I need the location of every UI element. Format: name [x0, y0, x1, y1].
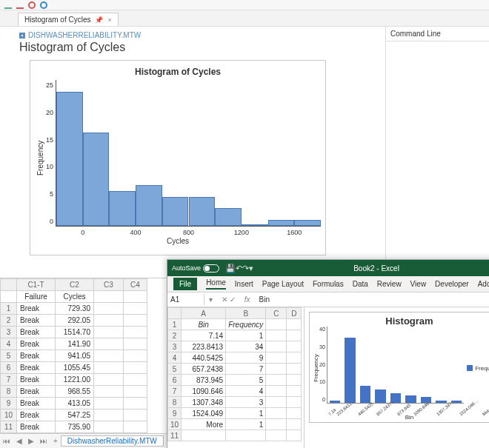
qat-icon[interactable]: 💾 — [225, 264, 236, 273]
toggle-off-icon[interactable] — [203, 264, 219, 273]
qat-icon[interactable]: ↶ — [236, 264, 242, 273]
histogram-bar — [215, 208, 242, 226]
sheet-nav-button[interactable]: ▶ — [25, 437, 37, 445]
excel-chart-area: Histogram Frequency 403020100 7.14223.84… — [305, 307, 489, 448]
app-toolbar — [0, 0, 489, 10]
ribbon-tab-data[interactable]: Data — [353, 280, 368, 288]
excel-histogram-bar — [390, 393, 401, 403]
legend-swatch — [467, 365, 473, 371]
histogram-bar — [294, 220, 321, 226]
excel-histogram-bar — [421, 397, 431, 403]
y-axis-ticks: 2520151050 — [46, 80, 56, 235]
excel-grid[interactable]: ABCD1BinFrequency27.1413223.8413344440.5… — [167, 307, 305, 448]
search-icon[interactable] — [40, 1, 47, 9]
qat-icon[interactable]: ▾ — [249, 264, 253, 273]
chart-plot: 040080012001600 — [56, 80, 321, 227]
output-area: DISHWASHERRELIABILITY.MTW Histogram of C… — [0, 27, 385, 258]
close-icon[interactable]: × — [107, 16, 111, 24]
name-box[interactable]: A1 — [167, 294, 204, 305]
ribbon-tab-developer[interactable]: Developer — [435, 280, 469, 288]
chart-title: Histogram of Cycles — [35, 67, 321, 77]
ribbon-tab-review[interactable]: Review — [377, 280, 402, 288]
excel-histogram-bar — [345, 338, 355, 403]
legend-label: Frequency — [475, 365, 489, 372]
excel-chart-legend: Frequency — [464, 327, 489, 409]
excel-window[interactable]: AutoSave 💾↶↷▾ Book2 - Excel 🔍 FileHomeIn… — [167, 259, 489, 448]
sheet-nav-button[interactable]: ⏭ — [37, 437, 50, 445]
sheet-nav-button[interactable]: + — [50, 437, 61, 445]
sheet-tab[interactable]: DishwasherReliability.MTW — [61, 435, 164, 447]
histogram-bar — [242, 224, 268, 226]
source-file-label: DISHWASHERRELIABILITY.MTW — [28, 31, 141, 39]
excel-title: Book2 - Excel — [259, 264, 489, 273]
histogram-bar — [109, 191, 136, 226]
ribbon-tab-formulas[interactable]: Formulas — [313, 280, 344, 288]
histogram-bar — [56, 92, 83, 226]
x-axis-label: Cycles — [35, 237, 321, 245]
excel-histogram-bar — [451, 401, 462, 403]
histogram-bar — [83, 133, 110, 226]
doc-tab[interactable]: Histogram of Cycles 📌 × — [18, 13, 119, 26]
output-title: Histogram of Cycles — [19, 41, 378, 54]
doc-tab-title: Histogram of Cycles — [24, 16, 90, 24]
histogram-bar — [162, 197, 189, 226]
excel-histogram-bar — [405, 395, 416, 403]
redo-icon[interactable] — [16, 1, 24, 9]
undo-icon[interactable] — [4, 1, 12, 9]
excel-chart-xticks: 7.14223.84125440.5425657.24375873.945109… — [327, 413, 464, 418]
fx-icon[interactable]: fx — [240, 295, 255, 304]
ribbon-tab-page-layout[interactable]: Page Layout — [262, 280, 304, 288]
excel-titlebar[interactable]: AutoSave 💾↶↷▾ Book2 - Excel 🔍 — [167, 260, 489, 276]
excel-chart-title: Histogram — [313, 315, 489, 327]
ribbon-tab-file[interactable]: File — [173, 278, 197, 290]
sheet-nav-button[interactable]: ◀ — [13, 437, 25, 445]
pin-icon[interactable]: 📌 — [95, 16, 103, 24]
formula-bar[interactable]: A1 ▾ ✕ ✓ fx Bin — [167, 292, 489, 307]
grid-icon — [19, 33, 25, 39]
source-file[interactable]: DISHWASHERRELIABILITY.MTW — [19, 31, 378, 39]
excel-histogram-bar — [375, 390, 385, 403]
sheet-nav-button[interactable]: ⏮ — [0, 437, 13, 445]
fx-controls[interactable]: ✕ ✓ — [217, 295, 240, 304]
histogram-bar — [268, 220, 295, 226]
formula-value[interactable]: Bin — [255, 294, 274, 305]
excel-histogram-bar — [360, 386, 370, 403]
histogram-bar — [136, 185, 162, 226]
doc-tab-bar: Histogram of Cycles 📌 × — [0, 10, 489, 27]
histogram-bar — [189, 197, 216, 226]
ribbon-tab-insert[interactable]: Insert — [235, 280, 253, 288]
ribbon-tab-view[interactable]: View — [410, 280, 427, 288]
x-axis-ticks: 040080012001600 — [56, 229, 321, 236]
excel-ribbon[interactable]: FileHomeInsertPage LayoutFormulasDataRev… — [167, 276, 489, 292]
excel-histogram-bar — [436, 401, 446, 403]
ribbon-tab-add-ins[interactable]: Add-ins — [478, 280, 489, 288]
autosave-toggle[interactable]: AutoSave — [172, 264, 219, 273]
quick-access-toolbar[interactable]: 💾↶↷▾ — [225, 264, 253, 273]
excel-chart-plot: 7.14223.84125440.5425657.24375873.945109… — [327, 327, 464, 404]
y-axis-label: Frequency — [35, 80, 46, 235]
ribbon-tab-home[interactable]: Home — [206, 278, 226, 290]
excel-chart[interactable]: Histogram Frequency 403020100 7.14223.84… — [309, 312, 489, 423]
block-icon[interactable] — [28, 1, 36, 9]
namebox-dropdown-icon[interactable]: ▾ — [204, 295, 217, 304]
command-line-header: Command Line — [386, 27, 489, 41]
excel-chart-ylabel: Frequency — [313, 327, 319, 409]
autosave-label: AutoSave — [172, 264, 201, 272]
qat-icon[interactable]: ↷ — [242, 264, 249, 273]
sheet-nav[interactable]: ⏮◀▶⏭+ — [0, 437, 61, 445]
excel-histogram-bar — [330, 401, 340, 403]
minitab-chart[interactable]: Histogram of Cycles Frequency 2520151050… — [30, 60, 326, 255]
excel-chart-yticks: 403020100 — [319, 327, 327, 409]
